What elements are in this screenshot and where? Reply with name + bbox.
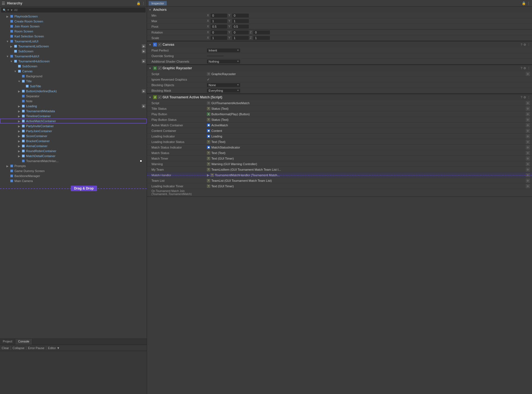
ref-button[interactable]: ⊙ xyxy=(526,151,530,155)
ref-button[interactable]: ⊙ xyxy=(526,162,530,166)
ref-button[interactable]: ⊙ xyxy=(526,112,530,116)
more-icon[interactable]: ⋮ xyxy=(527,96,530,99)
ref-button[interactable]: ⊙ xyxy=(526,168,530,172)
fold-icon[interactable]: ▼ xyxy=(149,43,152,46)
toolbar-editor-dropdown[interactable]: Editor ▼ xyxy=(48,346,60,350)
tree-item-main-camera[interactable]: Main Camera xyxy=(0,178,147,183)
more-icon[interactable]: ⋮ xyxy=(527,43,530,47)
tree-item-playmode-screen[interactable]: ▶ PlaymodeScreen xyxy=(0,14,147,19)
fold-icon[interactable]: ▼ xyxy=(149,96,152,99)
tree-item-tournament-hub-screen[interactable]: ▼ TournamentHubScreen ▶ xyxy=(0,59,147,64)
override-sorting-field[interactable] xyxy=(207,56,224,56)
inspector-tab[interactable]: Inspector xyxy=(149,1,167,6)
ref-button[interactable]: ⊙ xyxy=(526,140,530,144)
more-icon[interactable]: ⋮ xyxy=(142,1,145,5)
scale-y-field[interactable]: 1 xyxy=(232,36,249,40)
help-icon[interactable]: ? xyxy=(521,43,522,47)
fold-icon[interactable]: ▼ xyxy=(149,8,152,11)
help-icon[interactable]: ? xyxy=(521,66,522,70)
tree-item-room-screen[interactable]: Room Screen xyxy=(0,29,147,34)
toolbar-clear[interactable]: Clear xyxy=(2,346,9,350)
tree-item-game-dummy[interactable]: Game Dummy Screen xyxy=(0,168,147,173)
tree-item-prompts[interactable]: ▶ Prompts xyxy=(0,163,147,168)
lock-icon[interactable]: 🔒 xyxy=(136,1,141,5)
tree-item-tournament-metadata[interactable]: ▶ TournamentMetadata xyxy=(0,109,147,114)
rot-x-field[interactable]: 0 xyxy=(211,30,227,34)
tree-item-party-join[interactable]: ▶ PartyJoinContainer xyxy=(0,129,147,134)
tree-item-round-robin[interactable]: ▶ RoundRobinContainer xyxy=(0,149,147,153)
tree-item-subscreen-2[interactable]: SubScreen xyxy=(0,64,147,69)
tree-item-subtitle[interactable]: SubTitle xyxy=(0,84,147,89)
ref-button[interactable]: ⊙ xyxy=(526,129,530,133)
tree-item-backbone-manager[interactable]: BackboneManager xyxy=(0,173,147,178)
ref-button[interactable]: ⊙ xyxy=(526,134,530,138)
ref-button[interactable]: ⊙ xyxy=(526,179,530,183)
hamburger-icon[interactable]: ☰ xyxy=(2,1,5,6)
min-y-field[interactable]: 0 xyxy=(232,14,249,17)
max-y-field[interactable]: 1 xyxy=(232,19,249,23)
ref-button[interactable]: ⊙ xyxy=(526,184,530,188)
tree-item-tournament-list-ui[interactable]: ▼ TournamentListUI xyxy=(0,39,147,44)
blocking-mask-dropdown[interactable]: Everything xyxy=(207,89,240,93)
tree-item-join-room[interactable]: Join Room Screen xyxy=(0,24,147,29)
expand-right-btn[interactable]: ▶ xyxy=(142,89,146,93)
dropdown-arrow-icon[interactable]: ▼ xyxy=(10,9,13,12)
ref-button[interactable]: ⊙ xyxy=(526,107,530,111)
help-icon[interactable]: ? xyxy=(521,96,522,99)
rot-z-field[interactable]: 0 xyxy=(253,30,270,34)
lock-icon[interactable]: 🔒 xyxy=(522,1,526,5)
tree-item-bracket-container[interactable]: ▶ BracketContainer xyxy=(0,139,147,144)
tree-item-tournament-match-handler[interactable]: TournamentMatchHan... xyxy=(0,158,147,163)
more-icon[interactable]: ⋮ xyxy=(527,1,530,5)
expand-right-btn[interactable]: ▶ xyxy=(142,49,146,53)
tree-item-tournament-list-screen[interactable]: ▶ TournamentListScreen ▶ xyxy=(0,44,147,49)
expand-right-btn[interactable]: ▶ xyxy=(142,44,146,48)
tree-item-separator[interactable]: Separator xyxy=(0,94,147,99)
tree-item-kart-selection[interactable]: Kart Selection Screen xyxy=(0,34,147,39)
fold-icon[interactable]: ▼ xyxy=(149,67,152,70)
tree-item-loading[interactable]: ▶ Loading ▶ xyxy=(0,104,147,109)
ref-button[interactable]: ⊙ xyxy=(526,173,530,177)
pivot-y-field[interactable]: 0.5 xyxy=(232,25,249,29)
tree-item-tournament-hub-ui[interactable]: ▼ TournamentHubUI xyxy=(0,54,147,59)
settings-icon[interactable]: ⚙ xyxy=(523,96,526,99)
scale-z-field[interactable]: 1 xyxy=(253,36,270,40)
rot-y-field[interactable]: 0 xyxy=(232,30,249,34)
scale-x-field[interactable]: 1 xyxy=(211,36,227,40)
tree-item-button-underline[interactable]: ▶ ButtonUnderline(Back) ▶ xyxy=(0,89,147,94)
ref-button[interactable]: ⊙ xyxy=(526,118,530,122)
plus-icon[interactable]: + xyxy=(7,8,9,12)
shader-channels-dropdown[interactable]: Nothing xyxy=(207,60,240,63)
max-x-field[interactable]: 1 xyxy=(211,19,227,23)
tree-item-subscreen-1[interactable]: SubScreen ▶ xyxy=(0,49,147,54)
gui-checkbox[interactable]: ✓ xyxy=(158,96,161,99)
tree-item-create-room[interactable]: Create Room Screen xyxy=(0,19,147,24)
expand-right-btn[interactable]: ▶ xyxy=(142,59,146,63)
tree-item-active-match-container[interactable]: ▶ ActiveMatchContainer xyxy=(0,119,147,124)
settings-icon[interactable]: ⚙ xyxy=(523,43,526,47)
tree-item-match-detail[interactable]: ▶ MatchDetailContainer xyxy=(0,153,147,158)
tree-item-timeline-container[interactable]: ▶ TimelineContainer xyxy=(0,114,147,119)
tree-item-canvas[interactable]: ▼ Canvas xyxy=(0,69,147,74)
tree-item-background[interactable]: Background xyxy=(0,74,147,79)
tree-item-party-invite[interactable]: ▶ PartyInviteContainer xyxy=(0,124,147,129)
canvas-checkbox[interactable]: ✓ xyxy=(158,43,161,46)
search-input[interactable] xyxy=(14,8,144,12)
tab-project[interactable]: Project xyxy=(0,339,15,345)
tree-item-note[interactable]: Note xyxy=(0,99,147,104)
toolbar-collapse[interactable]: Collapse xyxy=(12,346,24,350)
pivot-x-field[interactable]: 0.5 xyxy=(211,25,227,29)
min-x-field[interactable]: 0 xyxy=(211,14,227,17)
ref-button[interactable]: ⊙ xyxy=(526,72,530,76)
ref-button[interactable]: ⊙ xyxy=(526,123,530,127)
expand-right-btn[interactable]: ▶ xyxy=(142,104,146,108)
ref-button[interactable]: ⊙ xyxy=(526,157,530,160)
tab-console[interactable]: Console xyxy=(15,339,32,345)
blocking-objects-dropdown[interactable]: None xyxy=(207,83,240,87)
pixel-perfect-dropdown[interactable]: Inherit xyxy=(207,48,240,52)
toolbar-error-pause[interactable]: Error Pause xyxy=(28,346,44,350)
settings-icon[interactable]: ⚙ xyxy=(523,66,526,70)
tree-item-arena-container[interactable]: ▶ ArenaContainer xyxy=(0,144,147,149)
more-icon[interactable]: ⋮ xyxy=(527,66,530,70)
raycaster-checkbox[interactable]: ✓ xyxy=(158,66,161,70)
